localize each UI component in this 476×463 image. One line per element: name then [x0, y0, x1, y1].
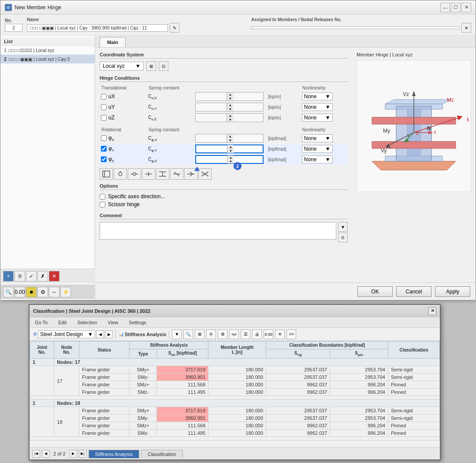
tool-search[interactable]: 🔍 [183, 330, 193, 339]
list-uncheck-button[interactable]: ✗ [37, 271, 48, 282]
cpz-input[interactable]: 111.568 ▲ ▼ [195, 155, 264, 164]
cpy-input[interactable]: 3960.900 ▲ ▼ [195, 144, 264, 153]
assigned-action-button[interactable]: ✕ [461, 23, 471, 33]
menu-view[interactable]: View [106, 319, 120, 326]
cuy-down[interactable]: ▼ [227, 107, 233, 111]
tool-table[interactable]: ☰ [241, 330, 250, 339]
cuy-up[interactable]: ▲ [227, 103, 233, 107]
hinge-tool-1[interactable] [100, 168, 113, 180]
list-item-1[interactable]: 1 □□□ □☑☑☑ | Local xyz [0, 46, 95, 55]
sini-cell: 3960.901 [157, 374, 208, 381]
classification-tab[interactable]: Classification [141, 450, 183, 458]
cpy-up[interactable]: ▲ [227, 145, 234, 149]
phiz-checkbox[interactable] [101, 156, 107, 162]
comment-input[interactable] [100, 222, 336, 240]
tool-more[interactable]: >> [286, 330, 296, 339]
list-add-button[interactable]: + [3, 271, 14, 282]
edit-name-button[interactable]: ✎ [170, 23, 179, 33]
tool-delete[interactable]: ✕ [275, 330, 285, 339]
hinge-tool-2[interactable] [114, 168, 127, 180]
phix-nonlin[interactable]: None ▼ [302, 134, 333, 142]
tab-main[interactable]: Main [100, 37, 126, 47]
ok-button[interactable]: OK [357, 286, 393, 297]
design-select[interactable]: Steel Joint Design ▼ [38, 330, 95, 338]
view-btn-2[interactable]: 0.00 [15, 287, 25, 297]
cuy-input[interactable]: ▲ ▼ [195, 103, 264, 111]
hinge-tool-3[interactable] [128, 168, 141, 180]
view-btn-1[interactable]: 🔍 [3, 287, 14, 297]
view-btn-4[interactable]: ⚙ [37, 287, 48, 297]
cpx-down[interactable]: ▼ [227, 138, 233, 142]
comment-scroll-down[interactable]: ▼ [338, 222, 348, 232]
cux-up[interactable]: ▲ [227, 93, 233, 96]
cpx-input[interactable]: ▲ ▼ [195, 134, 264, 143]
cancel-button[interactable]: Cancel [396, 286, 431, 297]
name-value[interactable]: □□□ □▣▣▣ | Local xyz | Cφy : 3960.900 ki… [27, 24, 168, 32]
view-btn-5[interactable]: ↔ [49, 287, 60, 297]
tool-export[interactable]: ⊞ [195, 330, 205, 339]
scissor-hinge-checkbox[interactable] [100, 202, 105, 207]
hinge-tool-4[interactable] [142, 168, 155, 180]
tool-settings[interactable]: ⚙ [218, 330, 227, 339]
cux-input[interactable]: ▲ ▼ [195, 92, 264, 101]
phiy-nonlin[interactable]: None ▼ [302, 145, 333, 153]
apply-button[interactable]: Apply [435, 286, 470, 297]
hinge-tool-8[interactable] [198, 168, 212, 180]
next-page-btn[interactable]: ▶ [69, 450, 77, 458]
sub-close-button[interactable]: ✕ [428, 307, 436, 315]
cpy-down[interactable]: ▼ [227, 149, 234, 153]
tool-num[interactable]: 0.00 [264, 330, 273, 339]
menu-goto[interactable]: Go To [33, 319, 49, 326]
cpz-down[interactable]: ▼ [227, 159, 234, 163]
coord-btn-2[interactable]: ⊡ [159, 61, 168, 71]
cuz-input[interactable]: ▲ ▼ [195, 113, 264, 122]
list-check-button[interactable]: ✓ [26, 271, 37, 282]
maximize-button[interactable]: ☐ [451, 3, 461, 12]
tool-xyz[interactable]: xyz [229, 330, 239, 339]
nav-next[interactable]: ▶ [105, 330, 113, 338]
phiy-checkbox[interactable] [101, 146, 107, 152]
uz-checkbox[interactable] [101, 115, 107, 121]
menu-settings[interactable]: Settings [127, 319, 148, 326]
filter-button[interactable]: ▼ [172, 330, 182, 339]
minimize-button[interactable]: — [440, 3, 450, 12]
view-btn-6[interactable]: ⚡ [60, 287, 71, 297]
cux-down[interactable]: ▼ [227, 96, 233, 100]
nav-prev[interactable]: ◀ [96, 330, 104, 338]
coord-select[interactable]: Local xyz ▼ [100, 62, 144, 70]
cuz-down[interactable]: ▼ [227, 118, 233, 122]
srig-cell: 9962.037 [266, 381, 330, 389]
tool-print[interactable]: 🖨 [252, 330, 262, 339]
dashed-arrow-line [197, 167, 198, 304]
cpz-up[interactable]: ▲ [227, 156, 234, 159]
no-value[interactable]: 2 [5, 24, 22, 32]
phix-checkbox[interactable] [101, 135, 107, 141]
cuz-up[interactable]: ▲ [227, 114, 233, 118]
list-item-2[interactable]: 2 □□□ □▣▣▣ | Local xyz | Cφy:3 [0, 55, 95, 63]
hinge-tool-6[interactable] [170, 168, 183, 180]
uz-nonlin[interactable]: None ▼ [302, 114, 333, 122]
ux-checkbox[interactable] [101, 94, 107, 100]
ux-nonlin[interactable]: None ▼ [302, 93, 333, 100]
specific-axes-checkbox[interactable] [100, 194, 105, 200]
menu-selection[interactable]: Selection [75, 319, 99, 326]
coord-btn-1[interactable]: ⊞ [146, 61, 156, 71]
prev-page-btn[interactable]: ◀ [42, 450, 50, 458]
uy-nonlin[interactable]: None ▼ [302, 103, 333, 111]
uy-checkbox[interactable] [101, 104, 107, 110]
hinge-tool-5[interactable] [156, 168, 169, 180]
stiffness-analysis-tab[interactable]: Stiffness Analysis [89, 450, 139, 458]
close-button[interactable]: ✕ [461, 3, 471, 12]
comment-copy[interactable]: ⎘ [338, 233, 348, 242]
menu-edit[interactable]: Edit [56, 319, 68, 326]
col-translational: Translational [100, 85, 147, 91]
svg-rect-0 [103, 171, 110, 177]
view-btn-3[interactable]: ■ [26, 287, 37, 297]
phiz-nonlin[interactable]: None ▼ [302, 156, 333, 163]
list-delete-button[interactable]: ✕ [49, 271, 60, 282]
last-page-btn[interactable]: ▶| [79, 450, 87, 458]
cpx-up[interactable]: ▲ [227, 134, 233, 138]
tool-copy[interactable]: ⎘ [206, 330, 216, 339]
first-page-btn[interactable]: |◀ [32, 450, 40, 458]
list-copy-button[interactable]: ⎘ [15, 271, 25, 282]
